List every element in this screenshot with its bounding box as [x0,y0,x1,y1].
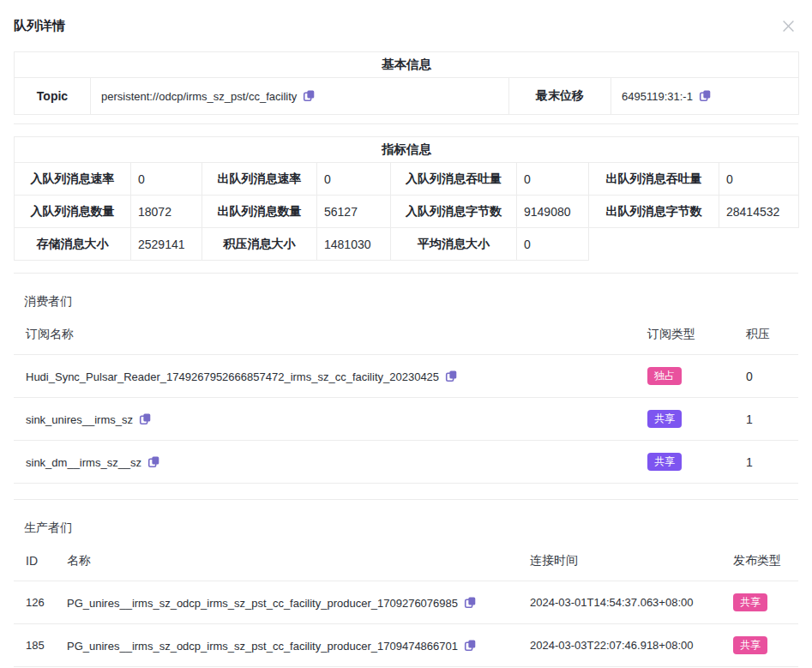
consumer-row: sink_dm__irms_sz__sz 共享 1 [14,441,798,484]
metric-label: 出队列消息字节数 [589,196,719,228]
producers-section-title: 生产者们 [14,521,798,536]
metrics-table: 指标信息 入队列消息速率 0 出队列消息速率 0 入队列消息吞吐量 0 出队列消… [14,136,799,261]
producer-row: 126 PG_unires__irms_sz_odcp_irms_sz_pst_… [14,581,798,624]
last-offset-value-cell: 6495119:31:-1 [611,78,799,115]
metric-value: 56127 [317,196,391,228]
metric-value: 0 [719,163,799,196]
producer-id: 185 [14,624,55,667]
consumer-row: Hudi_Sync_Pulsar_Reader_1749267952666857… [14,355,798,398]
column-connect-time: 连接时间 [518,545,721,581]
topic-value-cell: persistent://odcp/irms_sz_pst/cc_facilit… [91,78,509,115]
subscription-type-badge: 共享 [647,453,682,471]
producer-name: PG_unires__irms_sz_odcp_irms_sz_pst_cc_f… [67,640,458,653]
dialog-header: 队列详情 [14,0,798,36]
subscription-name-cell: Hudi_Sync_Pulsar_Reader_1749267952666857… [14,355,635,398]
producer-name-cell: PG_unires__irms_sz_odcp_irms_sz_pst_cc_f… [55,624,518,667]
subscription-type-badge: 独占 [647,367,682,385]
copy-icon[interactable] [445,370,458,382]
dialog-title: 队列详情 [14,18,65,34]
metric-value: 9149080 [517,196,589,228]
copy-icon[interactable] [139,412,152,425]
backlog-value: 1 [734,398,798,441]
basic-info-header: 基本信息 [15,52,799,78]
subscription-name: sink_unires__irms_sz [26,413,133,426]
subscription-type-cell: 共享 [635,398,734,441]
copy-icon[interactable] [303,89,316,102]
metric-value: 0 [517,163,589,196]
metric-value: 18072 [131,196,202,228]
metrics-header: 指标信息 [15,137,799,163]
column-subscription-name: 订阅名称 [14,318,635,355]
metric-label: 出队列消息速率 [202,163,317,196]
copy-icon[interactable] [699,89,712,102]
producer-name-cell: PG_unires__irms_sz_odcp_irms_sz_pst_cc_f… [55,581,518,624]
metrics-row: 存储消息大小 2529141 积压消息大小 1481030 平均消息大小 0 [15,228,799,261]
metric-label: 出队列消息吞吐量 [589,163,719,196]
basic-info-row: Topic persistent://odcp/irms_sz_pst/cc_f… [15,78,799,115]
consumer-row: sink_unires__irms_sz 共享 1 [14,398,798,441]
producer-connect-time: 2024-03-03T22:07:46.918+08:00 [518,624,721,667]
producer-row: 185 PG_unires__irms_sz_odcp_irms_sz_pst_… [14,624,798,667]
subscription-name: sink_dm__irms_sz__sz [26,456,141,469]
copy-icon[interactable] [464,596,477,609]
metric-value: 0 [131,163,202,196]
metric-value: 0 [517,228,589,261]
publish-type-badge: 共享 [733,593,767,611]
producers-table: ID 名称 连接时间 发布类型 126 PG_unires__irms_sz_o… [14,545,798,667]
metric-label: 入队列消息速率 [15,163,131,196]
metrics-row: 入队列消息数量 18072 出队列消息数量 56127 入队列消息字节数 914… [15,196,799,228]
producer-id: 126 [14,581,55,624]
column-id: ID [14,545,55,581]
close-icon[interactable] [779,16,798,36]
subscription-type-badge: 共享 [647,410,682,428]
column-subscription-type: 订阅类型 [635,318,734,355]
divider [14,499,798,500]
backlog-value: 0 [734,355,798,398]
empty-cell [589,228,799,261]
consumers-header-row: 订阅名称 订阅类型 积压 [14,318,798,355]
last-offset-label: 最末位移 [509,78,611,115]
subscription-type-cell: 独占 [635,355,734,398]
backlog-value: 1 [734,441,798,484]
subscription-name-cell: sink_unires__irms_sz [14,398,635,441]
queue-detail-dialog: 队列详情 基本信息 Topic persistent://odcp/irms_s… [0,0,812,667]
copy-icon[interactable] [147,455,160,468]
publish-type-badge: 共享 [733,636,767,654]
metric-label: 出队列消息数量 [202,196,317,228]
metric-value: 28414532 [719,196,799,228]
divider [14,273,798,274]
metrics-row: 入队列消息速率 0 出队列消息速率 0 入队列消息吞吐量 0 出队列消息吞吐量 … [15,163,799,196]
copy-icon[interactable] [464,639,477,652]
metric-value: 1481030 [317,228,391,261]
metric-label: 积压消息大小 [202,228,317,261]
metric-value: 0 [317,163,391,196]
producer-connect-time: 2024-03-01T14:54:37.063+08:00 [518,581,721,624]
metric-label: 入队列消息吞吐量 [391,163,517,196]
topic-value: persistent://odcp/irms_sz_pst/cc_facilit… [101,90,297,103]
topic-label: Topic [15,78,91,115]
publish-type-cell: 共享 [721,581,798,624]
consumers-table: 订阅名称 订阅类型 积压 Hudi_Sync_Pulsar_Reader_174… [14,318,798,484]
subscription-name-cell: sink_dm__irms_sz__sz [14,441,635,484]
column-backlog: 积压 [734,318,798,355]
producers-header-row: ID 名称 连接时间 发布类型 [14,545,798,581]
producer-name: PG_unires__irms_sz_odcp_irms_sz_pst_cc_f… [67,597,458,610]
metric-label: 平均消息大小 [391,228,517,261]
subscription-type-cell: 共享 [635,441,734,484]
metric-label: 入队列消息数量 [15,196,131,228]
basic-info-table: 基本信息 Topic persistent://odcp/irms_sz_pst… [14,51,799,115]
metric-label: 入队列消息字节数 [391,196,517,228]
consumers-section-title: 消费者们 [14,294,798,310]
metric-value: 2529141 [131,228,202,261]
subscription-name: Hudi_Sync_Pulsar_Reader_1749267952666857… [26,370,439,383]
metric-label: 存储消息大小 [15,228,131,261]
column-publish-type: 发布类型 [721,545,798,581]
last-offset-value: 6495119:31:-1 [622,90,693,103]
publish-type-cell: 共享 [721,624,798,667]
divider [14,123,798,124]
column-producer-name: 名称 [55,545,518,581]
